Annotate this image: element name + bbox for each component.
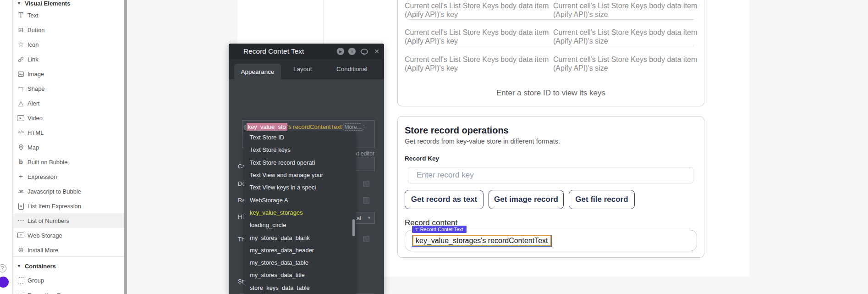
collapse-caret-icon: ▼ (17, 1, 21, 6)
selected-element-tag: T Record Contet Text (412, 226, 467, 233)
chevron-down-icon: ▼ (367, 216, 371, 220)
key-cell: Current cell's List Store Keys body data… (405, 55, 558, 72)
close-icon[interactable]: ✕ (373, 48, 380, 55)
record-key-input[interactable] (408, 167, 693, 183)
left-toolbar-strip (0, 0, 13, 294)
selected-element-tag-label: Record Contet Text (420, 227, 463, 232)
dropdown-scrollbar[interactable] (352, 219, 355, 236)
bubble-logo-icon (17, 158, 25, 166)
collapse-caret-icon: ▼ (17, 264, 21, 268)
get-file-record-button[interactable]: Get file record (569, 190, 635, 209)
dropdown-item[interactable]: WebStorage A (244, 194, 356, 206)
panel-title: Record Contet Text (243, 47, 304, 55)
text-icon (17, 11, 25, 19)
element-boundary-line (323, 0, 324, 44)
expression-suffix-token[interactable]: 's recordContentText (287, 123, 342, 130)
dropdown-item[interactable]: Text View keys in a speci (244, 181, 356, 194)
sidebar-item-group[interactable]: Group (13, 273, 124, 288)
js-icon (17, 188, 25, 195)
text-element-icon: T (415, 227, 418, 232)
sidebar-item-alert[interactable]: Alert (13, 96, 124, 111)
get-image-record-button[interactable]: Get image record (489, 190, 564, 209)
store-record-operations-card: Store record operations Get records from… (397, 116, 704, 258)
sidebar-item-javascript-to-bubble[interactable]: Javascript to Bubble (13, 184, 124, 199)
checkbox[interactable] (363, 236, 369, 242)
sidebar-item-html[interactable]: HTML (13, 125, 124, 140)
card-subtitle: Get records from key-value store in diff… (405, 138, 560, 145)
row-divider (409, 46, 694, 46)
sidebar-item-list-of-numbers[interactable]: List of Numbers (13, 213, 124, 228)
size-cell: Current cell's List Store Keys body data… (553, 1, 700, 19)
dropdown-item[interactable]: my_stores_data_blank (244, 231, 356, 244)
autocomplete-dropdown: Text Store ID Text Store keys Text Store… (244, 131, 356, 294)
dropdown-item-highlighted[interactable]: key_value_storages (244, 206, 356, 219)
map-pin-icon (17, 144, 25, 151)
dropdown-item[interactable]: Text Store record operati (244, 156, 356, 169)
sidebar-item-image[interactable]: Image (13, 67, 124, 81)
sidebar-item-shape[interactable]: Shape (13, 81, 124, 96)
store-keys-card: Current cell's List Store Keys body data… (397, 0, 704, 106)
field-label-fragment: Th (238, 236, 245, 243)
sidebar-item-map[interactable]: Map (13, 140, 124, 155)
sidebar-item-icon[interactable]: Icon (13, 37, 124, 52)
sidebar-scrollbar[interactable] (124, 0, 127, 294)
checkbox[interactable] (363, 197, 369, 204)
get-record-as-text-button[interactable]: Get record as text (405, 190, 483, 209)
selected-text-element[interactable]: key_value_storages's recordContentText (412, 235, 551, 246)
sidebar-item-text[interactable]: Text (13, 8, 124, 22)
alert-triangle-icon (17, 100, 25, 107)
group-icon (18, 277, 24, 283)
property-editor-panel: Record Contet Text ▶ i ✕ Appearance Layo… (229, 44, 384, 294)
info-icon[interactable]: i (348, 48, 356, 55)
sidebar-item-video[interactable]: Video (13, 111, 124, 125)
dropdown-item[interactable]: Text Store keys (244, 144, 356, 156)
sidebar-item-web-storage[interactable]: Web Storage (13, 228, 124, 243)
comment-icon[interactable] (361, 49, 368, 55)
panel-title-bar[interactable]: Record Contet Text ▶ i ✕ (229, 44, 384, 59)
clipboard-icon (18, 203, 24, 210)
sidebar-item-install-more[interactable]: Install More (13, 243, 124, 257)
plus-circle-icon (17, 246, 25, 254)
size-cell: Current cell's List Store Keys body data… (553, 28, 700, 45)
expression-more-button[interactable]: More... (342, 123, 364, 131)
shape-icon (17, 85, 25, 93)
dropdown-item[interactable]: my_stores_data_table (244, 256, 356, 269)
empty-state-text: Enter a store ID to view its keys (398, 89, 704, 98)
star-icon (17, 41, 25, 49)
dropdown-item[interactable]: my_stores_data_title (244, 269, 356, 281)
sidebar-item-built-on-bubble[interactable]: Built on Bubble (13, 155, 124, 169)
sidebar-item-button[interactable]: Button (13, 22, 124, 37)
sidebar-item-expression[interactable]: Expression (13, 169, 124, 184)
dropdown-item[interactable]: Text Store ID (244, 131, 356, 144)
sidebar-divider (13, 256, 124, 257)
expression-selected-token[interactable]: key_value_sto (247, 123, 287, 131)
tab-conditional[interactable]: Conditional (336, 66, 368, 72)
link-icon (17, 55, 25, 63)
dropdown-item[interactable]: loading_circle (244, 219, 356, 231)
panel-tab-bar: Appearance Layout Conditional (229, 59, 384, 79)
dropdown-item[interactable]: store_keys_data_table (244, 282, 356, 294)
dropdown-item[interactable]: Text View and manage your (244, 169, 356, 181)
sidebar-item-repeating-group[interactable]: Repeating Group (13, 288, 124, 294)
panel-body: [ key_value_sto 's recordContentText Mor… (229, 79, 384, 294)
video-icon (17, 115, 24, 121)
image-icon (17, 70, 25, 78)
dropdown-item[interactable]: my_stores_data_header (244, 244, 356, 256)
preview-play-icon[interactable]: ▶ (337, 48, 344, 55)
sidebar-item-link[interactable]: Link (13, 52, 124, 67)
element-palette-sidebar: ▼ Visual Elements Text Button Icon Link … (13, 0, 124, 294)
sidebar-item-list-item-expression[interactable]: List Item Expression (13, 199, 124, 213)
checkbox[interactable] (363, 181, 369, 187)
text-editor-link-fragment[interactable]: xt editor (355, 150, 374, 157)
key-cell: Current cell's List Store Keys body data… (405, 28, 558, 45)
containers-header[interactable]: ▼ Containers (13, 261, 56, 271)
storage-list-icon (17, 233, 24, 238)
card-title: Store record operations (405, 125, 509, 136)
repeating-group-icon (18, 292, 24, 294)
element-list: Text Button Icon Link Image Shape Alert … (13, 8, 124, 257)
code-icon (17, 129, 25, 137)
tab-appearance[interactable]: Appearance (234, 64, 281, 79)
tab-layout[interactable]: Layout (293, 66, 312, 72)
visual-elements-header[interactable]: ▼ Visual Elements (13, 0, 70, 8)
button-icon (17, 26, 25, 34)
